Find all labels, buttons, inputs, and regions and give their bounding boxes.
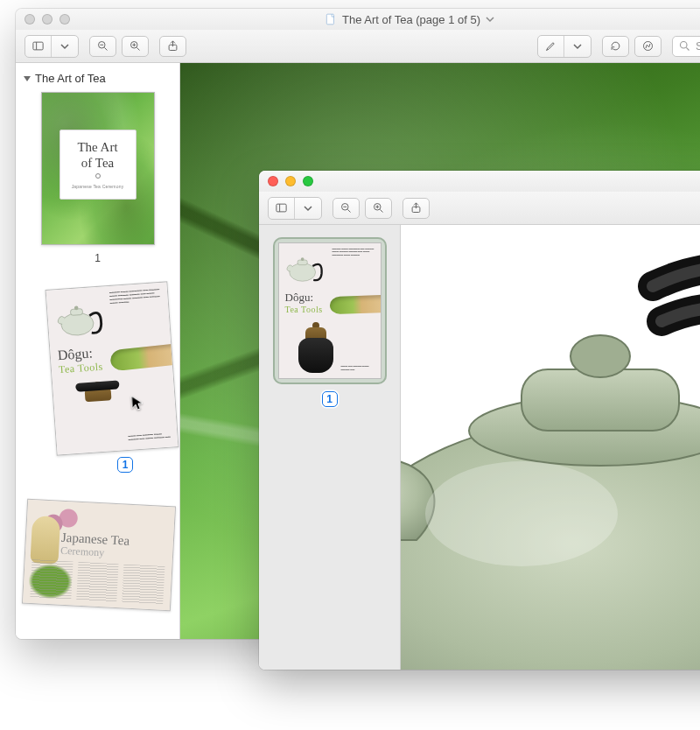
svg-line-4: [104, 47, 107, 50]
svg-rect-34: [522, 369, 679, 431]
sidebar-toggle-icon[interactable]: [25, 36, 52, 57]
share-button[interactable]: [159, 36, 186, 57]
zoom-out-button[interactable]: [89, 36, 116, 57]
svg-rect-1: [33, 42, 43, 50]
teapot-large-image: [401, 225, 700, 670]
thumb-text-block: ▬▬▬▬ ▬▬▬ ▬▬▬▬▬ ▬▬ ▬▬▬▬ ▬▬▬ ▬▬▬▬ ▬▬▬▬ ▬▬ …: [332, 248, 376, 256]
window-title[interactable]: The Art of Tea (page 1 of 5): [16, 13, 700, 26]
toolbar: Search: [16, 30, 700, 63]
traffic-lights: [268, 176, 313, 186]
search-icon: [678, 39, 691, 53]
thumbnails-sidebar[interactable]: The Art of Tea The Art of Tea Japanese T…: [16, 63, 180, 639]
svg-line-7: [136, 47, 139, 50]
svg-point-14: [60, 312, 94, 336]
thumbnail-page-1[interactable]: The Art of Tea Japanese Tea Ceremony 1: [24, 92, 171, 264]
drag-count-badge: 1: [117, 457, 133, 473]
close-light[interactable]: [268, 176, 278, 186]
thumbnail-page-2[interactable]: Japanese Tea Ceremony: [22, 499, 176, 612]
title-dropdown-icon: [486, 13, 494, 26]
zoom-out-button[interactable]: [332, 198, 360, 219]
tea-caddy-image: [75, 380, 123, 446]
dogu-subtitle: Tea Tools: [285, 305, 323, 314]
svg-point-36: [425, 461, 618, 566]
highlight-segment[interactable]: [537, 35, 592, 58]
sidebar-doc-header[interactable]: The Art of Tea: [24, 70, 171, 92]
highlight-chevron-icon[interactable]: [564, 36, 591, 57]
zoom-in-button[interactable]: [365, 198, 392, 219]
titlebar[interactable]: The Art of Tea (page 1 of 5): [16, 9, 700, 30]
svg-line-24: [380, 209, 382, 212]
minimize-light[interactable]: [42, 14, 52, 25]
close-light[interactable]: [24, 14, 35, 25]
toolbar: [259, 192, 700, 225]
search-field[interactable]: Search: [672, 36, 700, 57]
cover-subtitle: Japanese Tea Ceremony: [72, 184, 124, 189]
thumbnail-selected[interactable]: ▬▬▬▬ ▬▬▬ ▬▬▬▬▬ ▬▬ ▬▬▬▬ ▬▬▬ ▬▬▬▬ ▬▬▬▬ ▬▬ …: [273, 237, 387, 384]
markup-button[interactable]: [634, 36, 662, 57]
titlebar[interactable]: [259, 171, 700, 192]
zoom-light[interactable]: [60, 14, 70, 25]
document-icon: [325, 13, 337, 25]
thumbnails-sidebar[interactable]: ▬▬▬▬ ▬▬▬ ▬▬▬▬▬ ▬▬ ▬▬▬▬ ▬▬▬ ▬▬▬▬ ▬▬▬▬ ▬▬ …: [259, 225, 401, 670]
cover-title-panel: The Art of Tea Japanese Tea Ceremony: [60, 130, 136, 200]
svg-point-35: [570, 335, 630, 377]
thumbnail-cover[interactable]: The Art of Tea Japanese Tea Ceremony: [41, 92, 155, 245]
svg-line-21: [347, 209, 350, 212]
highlight-icon[interactable]: [538, 36, 564, 57]
teapot-image: [52, 291, 107, 340]
svg-line-13: [686, 47, 689, 50]
minimize-light[interactable]: [285, 176, 296, 186]
cover-title: The Art of Tea: [77, 140, 117, 171]
rotate-button[interactable]: [602, 36, 629, 57]
page-badge: 1: [322, 391, 338, 407]
view-mode-chevron-icon[interactable]: [295, 198, 321, 219]
teapot-image: [284, 248, 326, 284]
svg-point-12: [681, 42, 688, 49]
sidebar-toggle-icon[interactable]: [269, 198, 295, 219]
window-title-text: The Art of Tea (page 1 of 5): [342, 13, 480, 26]
view-mode-segment[interactable]: [24, 35, 79, 58]
traffic-lights: [24, 14, 70, 25]
search-placeholder: Search: [696, 39, 700, 53]
disclosure-triangle-icon[interactable]: [24, 76, 31, 81]
share-button[interactable]: [402, 198, 430, 219]
whisk-image: [30, 516, 60, 565]
sidebar-doc-title: The Art of Tea: [35, 72, 106, 85]
zoom-light[interactable]: [303, 176, 313, 186]
page-number-label: 1: [94, 252, 101, 264]
zoom-in-button[interactable]: [122, 36, 149, 57]
svg-rect-0: [326, 14, 333, 25]
dogu-title: Dôgu:: [285, 291, 323, 305]
view-mode-chevron-icon[interactable]: [52, 36, 78, 57]
svg-rect-18: [276, 204, 286, 212]
thumbnail-dragging[interactable]: ▬▬▬▬ ▬▬▬ ▬▬▬▬▬ ▬▬ ▬▬▬▬ ▬▬▬ ▬▬▬▬ ▬▬▬▬ ▬▬ …: [46, 281, 179, 455]
svg-point-28: [289, 263, 315, 282]
window-title[interactable]: [259, 175, 700, 187]
preview-window-front: ▬▬▬▬ ▬▬▬ ▬▬▬▬▬ ▬▬ ▬▬▬▬ ▬▬▬ ▬▬▬▬ ▬▬▬▬ ▬▬ …: [259, 171, 700, 670]
document-canvas[interactable]: [401, 225, 700, 670]
view-mode-segment[interactable]: [268, 197, 322, 220]
svg-point-30: [300, 257, 304, 261]
